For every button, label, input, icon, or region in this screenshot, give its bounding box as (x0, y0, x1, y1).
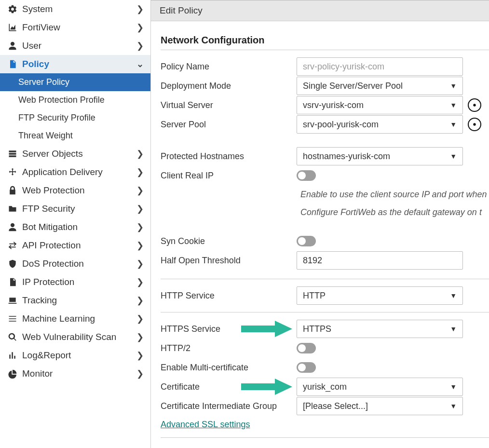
bot-icon (7, 222, 18, 232)
nav-label: Monitor (22, 368, 136, 379)
list-icon (7, 314, 18, 324)
nav-web-vulnerability-scan[interactable]: Web Vulnerability Scan ❯ (0, 328, 150, 346)
nav-label: Server Policy (18, 77, 144, 87)
nav-label: Web Protection Profile (18, 95, 144, 105)
deployment-mode-select[interactable]: Single Server/Server Pool ▼ (297, 77, 463, 95)
row-server-pool: Server Pool srv-pool-yurisk-com ▼ (161, 115, 489, 134)
policy-name-input[interactable] (297, 57, 463, 76)
user-icon (7, 41, 18, 51)
divider (161, 279, 489, 279)
nav-bot-mitigation[interactable]: Bot Mitigation ❯ (0, 218, 150, 236)
nav-ftp-security-profile[interactable]: FTP Security Profile (0, 109, 150, 127)
nav-label: FTP Security Profile (18, 113, 144, 123)
nav-label: DoS Protection (22, 258, 136, 269)
nav-tracking[interactable]: Tracking ❯ (0, 291, 150, 310)
label-deployment-mode: Deployment Mode (161, 81, 291, 91)
nav-label: Web Vulnerability Scan (22, 332, 136, 342)
label-enable-multi-cert: Enable Multi-certificate (161, 363, 291, 373)
nav-label: System (22, 4, 136, 14)
nav-api-protection[interactable]: API Protection ❯ (0, 236, 150, 255)
nav-server-policy[interactable]: Server Policy (0, 73, 150, 91)
nav-web-protection[interactable]: Web Protection ❯ (0, 181, 150, 200)
nav-label: FTP Security (22, 204, 136, 214)
folder-icon (7, 204, 18, 214)
chevron-right-icon: ❯ (136, 167, 144, 177)
nav-label: Web Protection (22, 185, 136, 196)
document-icon (7, 59, 18, 69)
nav-ip-protection[interactable]: IP Protection ❯ (0, 273, 150, 291)
nav-ftp-security[interactable]: FTP Security ❯ (0, 200, 150, 218)
client-real-ip-hint-2: Configure FortiWeb as the default gatewa… (161, 206, 489, 224)
protected-hostnames-select[interactable]: hostnames-yurisk-com ▼ (297, 147, 463, 165)
nav-monitor[interactable]: Monitor ❯ (0, 365, 150, 383)
nav-label: Application Delivery (22, 167, 136, 177)
nav-label: Log&Report (22, 350, 136, 361)
nav-label: Machine Learning (22, 313, 136, 324)
select-value: Single Server/Server Pool (303, 81, 450, 91)
nav-label: IP Protection (22, 277, 136, 287)
sidebar: System ❯ FortiView ❯ User ❯ Policy ⌄ Ser… (0, 0, 151, 448)
select-value: vsrv-yurisk-com (303, 100, 450, 110)
select-value: HTTPS (303, 324, 450, 334)
divider (161, 437, 489, 438)
syn-cookie-toggle[interactable] (297, 236, 316, 246)
nav-user[interactable]: User ❯ (0, 37, 150, 55)
http2-toggle[interactable] (297, 343, 316, 353)
nav-label: Threat Weight (18, 131, 144, 141)
chevron-right-icon: ❯ (136, 185, 144, 196)
nav-label: Bot Mitigation (22, 222, 136, 232)
shield-icon (7, 259, 18, 269)
server-pool-select[interactable]: srv-pool-yurisk-com ▼ (297, 115, 463, 134)
svg-point-0 (473, 104, 475, 106)
server-icon (7, 149, 18, 159)
nav-fortiview[interactable]: FortiView ❯ (0, 18, 150, 37)
label-policy-name: Policy Name (161, 62, 291, 72)
enable-multi-cert-toggle[interactable] (297, 362, 316, 373)
caret-down-icon: ▼ (450, 152, 457, 160)
bar-chart-icon (7, 351, 18, 360)
chart-area-icon (7, 23, 18, 32)
client-real-ip-toggle[interactable] (297, 170, 316, 181)
half-open-threshold-input[interactable] (297, 251, 463, 270)
chevron-right-icon: ❯ (136, 222, 144, 232)
row-https-service: HTTPS Service HTTPS ▼ (161, 319, 489, 339)
nav-log-report[interactable]: Log&Report ❯ (0, 346, 150, 365)
advanced-ssl-link[interactable]: Advanced SSL settings (161, 420, 250, 429)
chevron-right-icon: ❯ (136, 4, 144, 14)
label-client-real-ip: Client Real IP (161, 171, 291, 181)
client-real-ip-hint-1: Enable to use the client source IP and p… (161, 185, 489, 206)
view-server-pool-button[interactable] (468, 118, 481, 131)
row-client-real-ip: Client Real IP (161, 166, 489, 185)
row-enable-multi-cert: Enable Multi-certificate (161, 358, 489, 377)
nav-web-protection-profile[interactable]: Web Protection Profile (0, 91, 150, 109)
certificate-select[interactable]: yurisk_com ▼ (297, 378, 463, 396)
view-virtual-server-button[interactable] (468, 98, 481, 112)
select-value: srv-pool-yurisk-com (303, 120, 450, 130)
select-value: yurisk_com (303, 382, 450, 392)
label-http-service: HTTP Service (161, 291, 291, 301)
virtual-server-select[interactable]: vsrv-yurisk-com ▼ (297, 96, 463, 114)
nav-policy[interactable]: Policy ⌄ (0, 55, 150, 73)
nav-application-delivery[interactable]: Application Delivery ❯ (0, 163, 150, 181)
nav-machine-learning[interactable]: Machine Learning ❯ (0, 310, 150, 328)
row-deployment-mode: Deployment Mode Single Server/Server Poo… (161, 76, 489, 95)
chevron-right-icon: ❯ (136, 240, 144, 251)
chevron-right-icon: ❯ (136, 313, 144, 324)
move-icon (7, 167, 18, 177)
cert-intermediate-group-select[interactable]: [Please Select...] ▼ (297, 397, 463, 415)
gear-icon (7, 4, 18, 14)
caret-down-icon: ▼ (450, 292, 457, 299)
caret-down-icon: ▼ (450, 101, 457, 109)
page-title: Edit Policy (151, 0, 489, 21)
laptop-icon (7, 296, 18, 305)
label-half-open-threshold: Half Open Threshold (161, 256, 291, 266)
http-service-select[interactable]: HTTP ▼ (297, 286, 463, 305)
nav-label: User (22, 41, 136, 51)
nav-label: API Protection (22, 240, 136, 251)
nav-server-objects[interactable]: Server Objects ❯ (0, 145, 150, 163)
nav-threat-weight[interactable]: Threat Weight (0, 127, 150, 145)
nav-system[interactable]: System ❯ (0, 0, 150, 18)
row-virtual-server: Virtual Server vsrv-yurisk-com ▼ (161, 95, 489, 115)
https-service-select[interactable]: HTTPS ▼ (297, 320, 463, 338)
nav-dos-protection[interactable]: DoS Protection ❯ (0, 255, 150, 273)
